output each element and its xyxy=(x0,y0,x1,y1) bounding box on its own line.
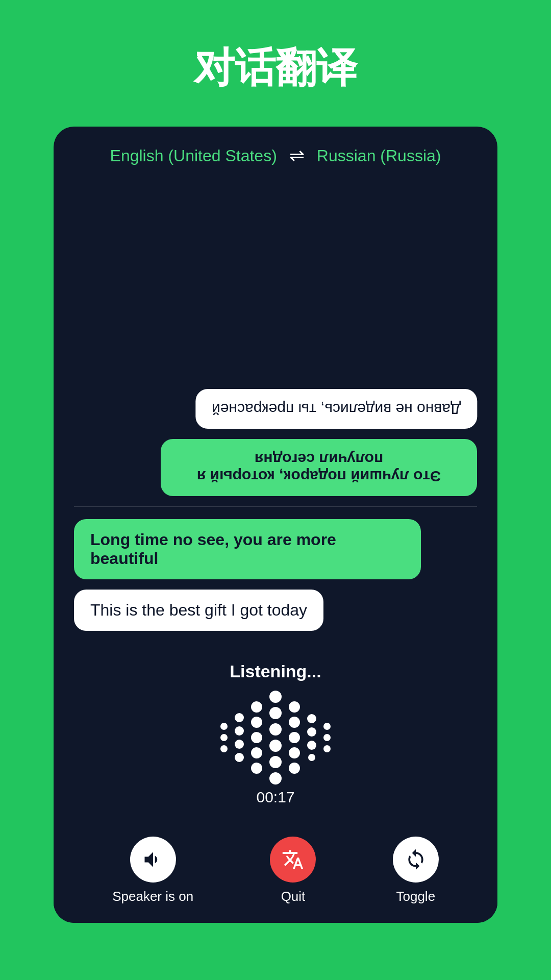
waveform xyxy=(220,697,331,778)
dot xyxy=(251,701,262,713)
quit-label: Quit xyxy=(281,889,306,904)
toggle-button[interactable]: Toggle xyxy=(393,837,439,904)
dot xyxy=(220,745,228,752)
dot xyxy=(289,717,300,728)
bubble-green: Long time no see, you are more beautiful xyxy=(74,519,421,579)
dot xyxy=(307,714,316,723)
toggle-label: Toggle xyxy=(396,889,435,904)
dot xyxy=(251,747,262,758)
dot-col-5 xyxy=(289,701,300,774)
flipped-bubble-green: Это лучший подарок, который я получил се… xyxy=(161,439,477,496)
speaker-label: Speaker is on xyxy=(112,889,193,904)
dot xyxy=(289,763,300,774)
dot xyxy=(289,732,300,743)
dot-col-6 xyxy=(307,714,316,761)
left-language[interactable]: English (United States) xyxy=(110,146,277,165)
toggle-icon-circle xyxy=(393,837,439,883)
dot xyxy=(235,713,244,722)
chat-area: Давно не виделись, ты прекрасней Это луч… xyxy=(54,185,497,651)
dot xyxy=(220,723,228,730)
dot-col-2 xyxy=(235,713,244,762)
toggle-icon xyxy=(405,848,427,871)
dot-col-4 xyxy=(269,691,282,785)
dot xyxy=(251,717,262,728)
right-language[interactable]: Russian (Russia) xyxy=(317,146,441,165)
speaker-icon xyxy=(142,848,164,871)
timer: 00:17 xyxy=(256,789,294,806)
chat-divider xyxy=(74,506,477,507)
dot xyxy=(307,741,316,750)
dot xyxy=(269,707,282,719)
quit-button[interactable]: Quit xyxy=(270,837,316,904)
dot xyxy=(269,723,282,736)
dot xyxy=(235,726,244,736)
main-card: English (United States) ⇌ Russian (Russi… xyxy=(54,127,497,923)
quit-icon-circle xyxy=(270,837,316,883)
app-title: 对话翻译 xyxy=(194,41,357,96)
language-bar: English (United States) ⇌ Russian (Russi… xyxy=(54,127,497,185)
dot xyxy=(307,727,316,737)
dot xyxy=(323,745,331,752)
dot xyxy=(251,763,262,774)
bubble-white: This is the best gift I got today xyxy=(74,590,323,631)
dot xyxy=(308,754,315,761)
translate-icon xyxy=(282,848,304,871)
listening-label: Listening... xyxy=(230,662,321,681)
dot-col-3 xyxy=(251,701,262,774)
normal-section: Long time no see, you are more beautiful… xyxy=(74,519,477,641)
dot xyxy=(269,691,282,703)
dot xyxy=(289,701,300,713)
dot xyxy=(323,723,331,730)
flipped-bubble-white: Давно не виделись, ты прекрасней xyxy=(195,389,477,429)
dot-col-7 xyxy=(323,723,331,752)
dot xyxy=(235,753,244,762)
bottom-bar: Speaker is on Quit Toggle xyxy=(54,826,497,923)
flipped-section: Давно не виделись, ты прекрасней Это луч… xyxy=(74,185,477,506)
speaker-button[interactable]: Speaker is on xyxy=(112,837,193,904)
dot xyxy=(220,734,228,741)
dot xyxy=(235,740,244,749)
dot-col-1 xyxy=(220,723,228,752)
listening-section: Listening... xyxy=(54,651,497,826)
speaker-icon-circle xyxy=(130,837,176,883)
dot xyxy=(269,740,282,752)
dot xyxy=(269,772,282,785)
dot xyxy=(289,747,300,758)
dot xyxy=(251,732,262,743)
dot xyxy=(323,734,331,741)
dot xyxy=(269,756,282,768)
swap-icon[interactable]: ⇌ xyxy=(289,145,305,166)
